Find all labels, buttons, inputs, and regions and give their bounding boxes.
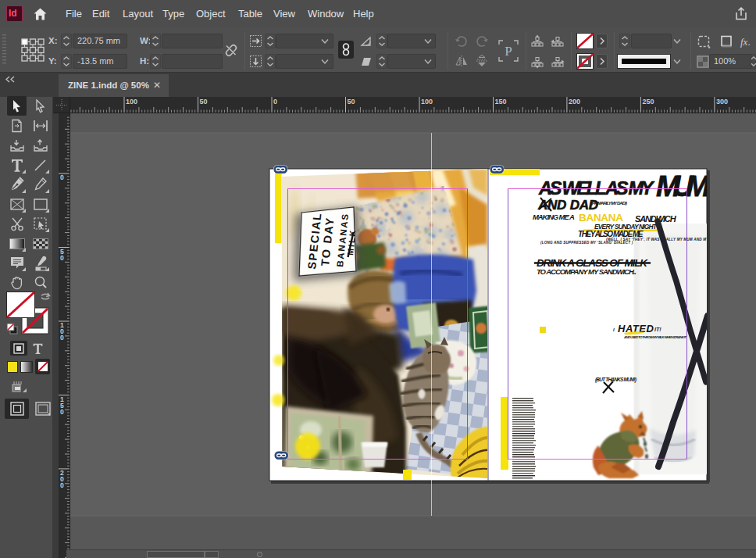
svg-text:AND USED TO THROW MY MILK WHEN: AND USED TO THROW MY MILK WHEN I DRANK I… xyxy=(623,335,686,339)
svg-text:50: 50 xyxy=(348,98,355,106)
svg-text:TO ACCOMPANY MY SANDWICH..: TO ACCOMPANY MY SANDWICH.. xyxy=(537,267,637,276)
svg-text:250: 250 xyxy=(642,98,654,106)
svg-text:0: 0 xyxy=(273,98,277,106)
svg-text:(BUT THANKS MUM!): (BUT THANKS MUM!) xyxy=(595,377,637,383)
svg-text:150: 150 xyxy=(495,98,507,106)
svg-text:(LONG AND SUPPRESSED MY ‘SLANG: (LONG AND SUPPRESSED MY ‘SLANG’ DIALECT … xyxy=(540,241,633,245)
svg-text:0: 0 xyxy=(60,481,64,489)
svg-text:200: 200 xyxy=(569,98,580,106)
svg-text:100: 100 xyxy=(126,98,137,106)
svg-text:50: 50 xyxy=(200,98,208,106)
svg-text:100: 100 xyxy=(421,98,433,106)
svg-text:0: 0 xyxy=(60,254,64,262)
svg-text:(PRIMARILY MY DAD!): (PRIMARILY MY DAD!) xyxy=(591,201,627,206)
svg-text:MAKING ME A: MAKING ME A xyxy=(533,213,575,221)
svg-text:0: 0 xyxy=(60,334,64,342)
svg-text:0: 0 xyxy=(60,408,64,416)
svg-text:300: 300 xyxy=(716,98,728,106)
svg-text:MUM: MUM xyxy=(656,170,711,202)
svg-text:0: 0 xyxy=(60,173,64,181)
svg-text:IT!: IT! xyxy=(654,327,662,332)
svg-text:BANANA: BANANA xyxy=(579,212,626,224)
